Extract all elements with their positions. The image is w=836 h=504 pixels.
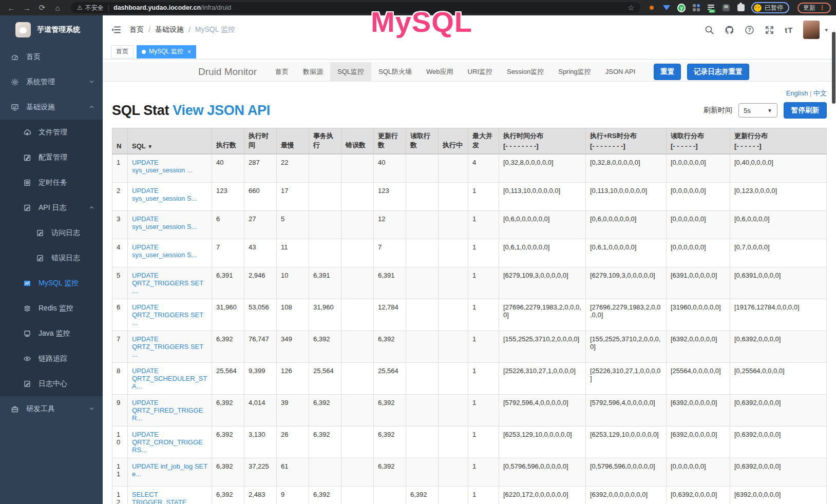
close-icon[interactable]: × (187, 48, 191, 55)
avatar-caret-icon[interactable]: ▾ (825, 27, 828, 33)
column-header[interactable]: 执行+RS时分布[- - - - - - - -] (586, 128, 667, 154)
github-icon[interactable] (725, 25, 734, 35)
sidebar-item-链路追踪[interactable]: 链路追踪 (0, 346, 103, 371)
column-header[interactable]: 读取行分布[- - - - - -] (667, 128, 730, 154)
view-json-api-link[interactable]: View JSON API (173, 103, 270, 118)
not-secure-label: 不安全 (85, 4, 104, 12)
druid-nav-json-api[interactable]: JSON API (598, 62, 643, 82)
sidebar-item-redis-监控[interactable]: Redis 监控 (0, 296, 103, 321)
breadcrumb-home[interactable]: 首页 (129, 25, 144, 34)
sidebar-logo[interactable]: 芋道管理系统 (0, 15, 103, 44)
browser-update-button[interactable]: 更新 ⋮ (797, 3, 831, 13)
fullscreen-icon[interactable] (765, 25, 774, 35)
sql-link[interactable]: SELECT TRIGGER_STATE (132, 491, 186, 504)
sidebar-item-访问日志[interactable]: 访问日志 (0, 220, 103, 245)
stat-cell: 6,392 (406, 486, 439, 504)
monitor-icon (11, 103, 19, 111)
column-header[interactable]: 执行时间分布[- - - - - - - -] (499, 128, 586, 154)
column-header[interactable]: 更新行数 (374, 128, 406, 154)
search-icon[interactable] (705, 25, 714, 35)
druid-nav-web应用[interactable]: Web应用 (419, 62, 461, 82)
extension-y-icon[interactable]: y (677, 4, 686, 12)
log-and-reset-button[interactable]: 记录日志并重置 (687, 64, 749, 80)
sidebar-item-基础设施[interactable]: 基础设施 (0, 94, 103, 120)
bookmark-star-icon[interactable]: ☆ (628, 4, 634, 12)
column-header[interactable]: 最大并发 (468, 128, 499, 154)
druid-nav-首页[interactable]: 首页 (268, 62, 296, 82)
sidebar-item-首页[interactable]: 首页 (0, 44, 103, 69)
sidebar-item-错误日志[interactable]: 错误日志 (0, 245, 103, 270)
forward-icon[interactable]: → (21, 4, 33, 12)
stat-cell: UPDATE sys_user_session S... (128, 239, 212, 267)
font-size-icon[interactable]: tT (785, 26, 793, 34)
column-header[interactable]: N (112, 128, 128, 154)
column-header[interactable]: SQL ▼ (128, 128, 212, 154)
sql-link[interactable]: UPDATE QRTZ_TRIGGERS SET ... (132, 272, 203, 295)
lang-chinese-link[interactable]: 中文 (813, 89, 827, 97)
table-row: 10UPDATE QRTZ_CRON_TRIGGERS...6,3923,130… (112, 426, 827, 458)
address-bar[interactable]: ⚠ 不安全 | dashboard.yudao.iocoder.cn/infra… (71, 2, 640, 13)
column-header[interactable]: 执行中 (439, 128, 468, 154)
sidebar-item-日志中心[interactable]: 日志中心 (0, 371, 103, 396)
column-header[interactable]: 错误数 (341, 128, 374, 154)
druid-nav-数据源[interactable]: 数据源 (296, 62, 330, 82)
sql-link[interactable]: UPDATE QRTZ_TRIGGERS SET ... (132, 335, 203, 358)
stat-cell: [0,6392,0,0,0,0] (667, 486, 730, 504)
sidebar-toggle-icon[interactable] (111, 25, 121, 35)
column-header[interactable]: 执行时间 (244, 128, 277, 154)
sidebar-item-label: 链路追踪 (39, 354, 67, 363)
home-icon[interactable]: ⌂ (51, 4, 64, 12)
refresh-interval-select[interactable]: 5s ▼ (738, 103, 777, 118)
sql-link[interactable]: UPDATE sys_user_session S... (132, 215, 197, 230)
extension-list-icon[interactable]: on (707, 4, 715, 12)
sql-link[interactable]: UPDATE inf_job_log SET e... (132, 462, 207, 478)
column-header[interactable]: 最慢 (277, 128, 309, 154)
breadcrumb-infra[interactable]: 基础设施 (155, 25, 184, 34)
back-icon[interactable]: ← (5, 4, 17, 12)
sidebar-item-系统管理[interactable]: 系统管理 (0, 69, 103, 94)
pause-refresh-button[interactable]: 暂停刷新 (784, 102, 827, 119)
sql-link[interactable]: UPDATE sys_user_session S... (132, 187, 197, 202)
column-header[interactable]: 事务执行 (309, 128, 341, 154)
sidebar-item-定时任务[interactable]: 定时任务 (0, 170, 103, 195)
sql-link[interactable]: UPDATE sys_user_session S... (132, 243, 197, 259)
reset-button[interactable]: 重置 (654, 64, 681, 80)
browser-profile-chip[interactable]: 已暂停 (751, 2, 789, 13)
sidebar-item-mysql-监控[interactable]: MySQL 监控 (0, 270, 103, 296)
sql-link[interactable]: UPDATE sys_user_session ... (132, 159, 193, 174)
sql-link[interactable]: UPDATE QRTZ_FIRED_TRIGGER... (132, 399, 203, 422)
sidebar-item-配置管理[interactable]: 配置管理 (0, 145, 103, 170)
user-avatar[interactable] (803, 21, 820, 39)
tab-home[interactable]: 首页 (111, 45, 134, 59)
extension-donut-icon[interactable] (648, 4, 656, 12)
column-header[interactable]: 更新行分布[- - - - - -] (730, 128, 827, 154)
extension-squares-icon[interactable] (692, 4, 700, 12)
help-icon[interactable]: ? (745, 25, 754, 35)
sql-link[interactable]: UPDATE QRTZ_CRON_TRIGGERS... (132, 431, 203, 454)
druid-nav-sql防火墙[interactable]: SQL防火墙 (371, 62, 419, 82)
druid-nav-spring监控[interactable]: Spring监控 (551, 62, 598, 82)
sidebar-item-文件管理[interactable]: 文件管理 (0, 120, 103, 145)
stat-cell: 1 (468, 486, 499, 504)
lang-english-link[interactable]: English (786, 89, 808, 97)
extensions-puzzle-icon[interactable] (737, 4, 745, 12)
stat-cell: [6279,109,3,0,0,0,0,0] (586, 267, 667, 299)
druid-nav-uri监控[interactable]: URI监控 (461, 62, 500, 82)
sidebar-item-java-监控[interactable]: Java 监控 (0, 321, 103, 346)
column-header[interactable]: 执行数 (212, 128, 244, 154)
page-scrollbar[interactable] (832, 32, 835, 104)
reload-icon[interactable]: ⟳ (36, 3, 48, 12)
extension-gem-icon[interactable] (662, 4, 671, 12)
tab-mysql-monitor[interactable]: MySQL 监控 × (137, 45, 196, 59)
sql-link[interactable]: UPDATE QRTZ_SCHEDULER_STA... (132, 367, 207, 390)
sidebar-item-研发工具[interactable]: 研发工具 (0, 396, 103, 421)
druid-nav-session监控[interactable]: Session监控 (500, 62, 551, 82)
sql-link[interactable]: UPDATE QRTZ_TRIGGERS SET ... (132, 303, 203, 326)
extension-camera-icon[interactable] (722, 4, 730, 12)
sidebar-item-api-日志[interactable]: API 日志 (0, 195, 103, 220)
druid-brand[interactable]: Druid Monitor (198, 66, 257, 77)
stat-cell (406, 331, 439, 362)
column-header[interactable]: 读取行数 (406, 128, 439, 154)
druid-nav-sql监控[interactable]: SQL监控 (330, 62, 371, 82)
browser-menu-icon[interactable]: ⋮ (819, 4, 825, 11)
